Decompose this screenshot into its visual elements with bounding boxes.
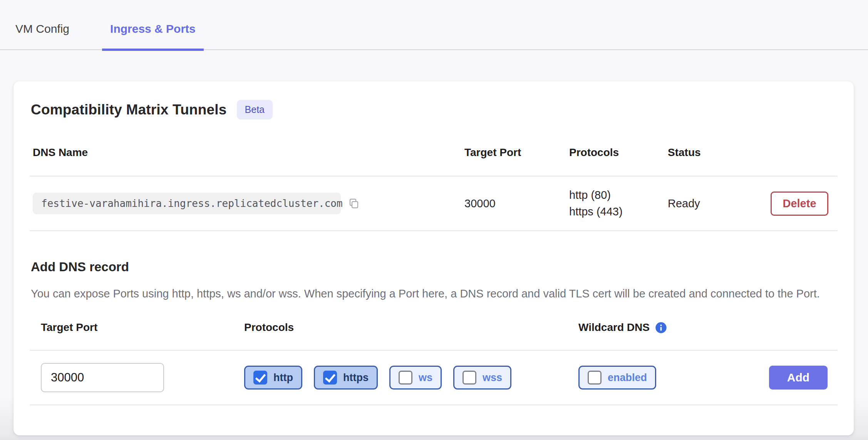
- add-button[interactable]: Add: [769, 366, 828, 390]
- protocol-chip-https[interactable]: https: [314, 366, 378, 390]
- protocol-line: https (443): [569, 205, 668, 218]
- tab-bar: VM Config Ingress & Ports: [0, 0, 868, 50]
- protocol-chip-label: http: [273, 372, 293, 384]
- label-wildcard-dns-text: Wildcard DNS: [578, 321, 650, 334]
- target-port-field-wrap: [41, 363, 244, 392]
- checkbox-checked-icon[interactable]: [323, 371, 337, 385]
- card-title-row: Compatibility Matrix Tunnels Beta: [30, 100, 838, 119]
- beta-badge: Beta: [237, 100, 273, 119]
- add-dns-title: Add DNS record: [31, 260, 838, 274]
- column-header-dns-name: DNS Name: [33, 146, 464, 159]
- checkbox-unchecked-icon[interactable]: [399, 371, 412, 385]
- label-target-port: Target Port: [41, 321, 244, 334]
- protocol-chip-label: ws: [419, 372, 432, 384]
- add-dns-section: Add DNS record You can expose Ports usin…: [30, 260, 838, 301]
- add-dns-form-row: http https ws wss enabled Add: [30, 363, 838, 392]
- label-wildcard-dns: Wildcard DNS: [578, 321, 769, 334]
- checkbox-checked-icon[interactable]: [253, 371, 267, 385]
- delete-button[interactable]: Delete: [771, 191, 828, 216]
- tab-vm-config[interactable]: VM Config: [15, 22, 77, 51]
- table-header-row: DNS Name Target Port Protocols Status: [30, 141, 838, 176]
- target-port-cell: 30000: [464, 197, 569, 210]
- column-header-target-port: Target Port: [464, 146, 569, 159]
- dns-name-cell: festive-varahamihira.ingress.replicatedc…: [33, 193, 464, 214]
- page-title: Compatibility Matrix Tunnels: [31, 102, 227, 118]
- table-row: festive-varahamihira.ingress.replicatedc…: [30, 176, 838, 231]
- status-cell: Ready: [668, 197, 771, 210]
- column-header-status: Status: [668, 146, 771, 159]
- wildcard-chip-label: enabled: [608, 372, 647, 384]
- checkbox-unchecked-icon[interactable]: [588, 371, 602, 385]
- label-protocols: Protocols: [244, 321, 578, 334]
- protocol-line: http (80): [569, 189, 668, 202]
- protocol-chip-label: wss: [483, 372, 502, 384]
- protocol-chip-wss[interactable]: wss: [453, 366, 511, 390]
- protocols-cell: http (80) https (443): [569, 189, 668, 218]
- wildcard-dns-field-wrap: enabled: [578, 366, 769, 390]
- protocol-chip-ws[interactable]: ws: [389, 366, 442, 390]
- copy-icon[interactable]: [348, 198, 360, 209]
- tunnels-table: DNS Name Target Port Protocols Status fe…: [30, 141, 838, 231]
- wildcard-enabled-chip[interactable]: enabled: [578, 366, 656, 390]
- checkbox-unchecked-icon[interactable]: [462, 371, 476, 385]
- protocol-chip-http[interactable]: http: [244, 366, 302, 390]
- card-bottom-divider: [30, 405, 838, 420]
- protocol-chips: http https ws wss: [244, 366, 578, 390]
- dns-name-pill: festive-varahamihira.ingress.replicatedc…: [33, 193, 341, 214]
- dns-name-value: festive-varahamihira.ingress.replicatedc…: [41, 198, 343, 209]
- column-header-protocols: Protocols: [569, 146, 668, 159]
- add-dns-description: You can expose Ports using http, https, …: [31, 286, 830, 301]
- tab-ingress-ports[interactable]: Ingress & Ports: [102, 22, 204, 51]
- info-icon[interactable]: [655, 322, 667, 334]
- target-port-input[interactable]: [41, 363, 164, 392]
- tunnels-card: Compatibility Matrix Tunnels Beta DNS Na…: [13, 81, 854, 435]
- protocol-chip-label: https: [343, 372, 369, 384]
- add-dns-form-labels: Target Port Protocols Wildcard DNS: [30, 321, 838, 351]
